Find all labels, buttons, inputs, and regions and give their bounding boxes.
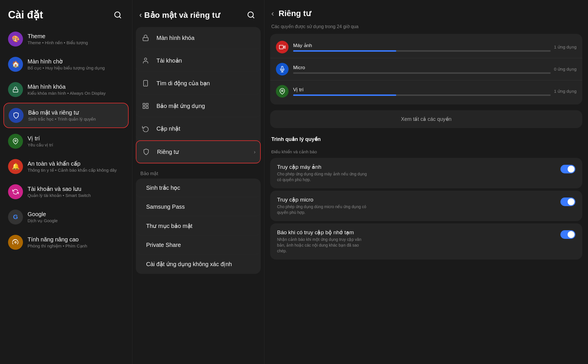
sidebar-item-theme[interactable]: 🎨ThemeTheme • Hình nền • Biểu tượng bbox=[3, 27, 129, 51]
view-all-button[interactable]: Xem tất cả các quyền bbox=[270, 110, 582, 128]
middle-item-man-hinh-khoa[interactable]: Màn hình khóa bbox=[136, 27, 261, 49]
settings-list: 🎨ThemeTheme • Hình nền • Biểu tượng🏠Màn … bbox=[0, 27, 132, 364]
middle-item-tai-khoan[interactable]: Tài khoản bbox=[136, 50, 261, 72]
svg-rect-2 bbox=[13, 89, 18, 92]
perm-name-location: Vị trí bbox=[293, 87, 551, 93]
permission-row-microphone[interactable]: Micro0 ứng dụng bbox=[270, 58, 582, 80]
perm-bar-microphone bbox=[293, 72, 551, 74]
right-panel-title: Riêng tư bbox=[278, 9, 311, 18]
middle-item-icon-cap-nhat bbox=[140, 123, 151, 134]
svg-rect-11 bbox=[143, 103, 145, 105]
middle-item-label-thu-muc-bao-mat: Thư mục bảo mật bbox=[146, 222, 256, 229]
sidebar-item-accounts[interactable]: Tài khoản và sao lưuQuản lý tài khoản • … bbox=[3, 180, 129, 204]
toggle-desc-clipboard-alert: Nhận cảnh báo khi một ứng dụng truy cập … bbox=[277, 237, 369, 254]
toggle-switch-camera-access[interactable] bbox=[560, 165, 575, 173]
middle-item-rieng-tu[interactable]: Riêng tư› bbox=[136, 140, 261, 163]
middle-back-button[interactable]: ‹ Bảo mật và riêng tư bbox=[139, 10, 220, 20]
toggle-desc-mic-access: Cho phép ứng dụng dùng micro nếu ứng dụn… bbox=[277, 204, 369, 215]
middle-item-cap-nhat[interactable]: Cập nhật bbox=[136, 118, 261, 140]
middle-item-tim-di-dong[interactable]: Tìm di động của bạn bbox=[136, 72, 261, 94]
right-panel-header: ‹ Riêng tư bbox=[264, 0, 588, 24]
middle-item-icon-tai-khoan bbox=[140, 55, 151, 66]
left-search-button[interactable] bbox=[111, 9, 124, 21]
right-content: Các quyền được sử dụng trong 24 giờ qua … bbox=[264, 24, 588, 262]
permission-row-location[interactable]: Vị trí1 ứng dụng bbox=[270, 80, 582, 102]
svg-line-1 bbox=[119, 16, 121, 18]
perm-count-camera: 1 ứng dụng bbox=[554, 44, 577, 50]
middle-item-label-tim-di-dong: Tìm di động của bạn bbox=[156, 80, 256, 87]
perm-icon-location bbox=[276, 85, 289, 98]
left-panel-header: Cài đặt bbox=[0, 0, 132, 27]
perm-name-camera: Máy ảnh bbox=[293, 42, 551, 49]
first-section-card: Màn hình khóaTài khoảnTìm di động của bạ… bbox=[136, 27, 261, 164]
left-panel-title: Cài đặt bbox=[8, 9, 43, 21]
perm-bar-camera bbox=[293, 50, 551, 52]
svg-rect-14 bbox=[146, 107, 148, 109]
middle-item-label-cai-dat-ung-dung: Cài đặt ứng dụng không xác định bbox=[146, 261, 256, 268]
permissions-section-title: Các quyền được sử dụng trong 24 giờ qua bbox=[270, 24, 582, 29]
middle-item-label-cap-nhat: Cập nhật bbox=[156, 125, 256, 132]
svg-rect-15 bbox=[279, 45, 283, 49]
toggle-title-clipboard-alert: Báo khi có truy cập bộ nhớ tạm bbox=[277, 229, 369, 236]
middle-item-icon-rieng-tu bbox=[141, 147, 151, 157]
middle-item-icon-tim-di-dong bbox=[140, 78, 151, 88]
middle-panel-title: Bảo mật và riêng tư bbox=[144, 10, 220, 20]
perm-icon-microphone bbox=[276, 63, 289, 75]
back-arrow-icon: ‹ bbox=[139, 10, 142, 20]
sidebar-item-lock-screen[interactable]: Màn hình khóaKiểu khóa màn hình • Always… bbox=[3, 78, 129, 102]
svg-point-18 bbox=[281, 90, 283, 92]
middle-item-label-private-share: Private Share bbox=[146, 242, 256, 248]
right-panel: ‹ Riêng tư Các quyền được sử dụng trong … bbox=[264, 0, 588, 364]
middle-item-cai-dat-ung-dung[interactable]: Cài đặt ứng dụng không xác định bbox=[136, 255, 261, 273]
toggle-switch-mic-access[interactable] bbox=[560, 198, 575, 206]
perm-count-location: 1 ứng dụng bbox=[554, 89, 577, 94]
toggles-list: Truy cập máy ảnhCho phép ứng dụng dùng m… bbox=[270, 158, 582, 260]
middle-item-icon-man-hinh-khoa bbox=[140, 33, 151, 43]
middle-item-bao-mat-ung-dung[interactable]: Bảo mật ứng dụng bbox=[136, 95, 261, 117]
toggle-desc-camera-access: Cho phép ứng dụng dùng máy ảnh nếu ứng d… bbox=[277, 171, 369, 183]
left-panel: Cài đặt 🎨ThemeTheme • Hình nền • Biểu tư… bbox=[0, 0, 132, 364]
svg-rect-7 bbox=[143, 38, 148, 41]
sidebar-item-location[interactable]: Vị tríYêu cầu vị trí bbox=[3, 129, 129, 153]
toggle-switch-clipboard-alert[interactable] bbox=[560, 230, 575, 239]
sidebar-item-home-screen[interactable]: 🏠Màn hình chờBố cục • Huy hiệu biểu tượn… bbox=[3, 52, 129, 76]
perm-icon-camera bbox=[276, 41, 289, 53]
middle-item-icon-bao-mat-ung-dung bbox=[140, 101, 151, 111]
middle-item-private-share[interactable]: Private Share bbox=[136, 236, 261, 254]
middle-item-label-tai-khoan: Tài khoản bbox=[156, 57, 256, 64]
svg-point-3 bbox=[15, 140, 16, 142]
svg-point-8 bbox=[144, 58, 147, 60]
toggle-card-mic-access: Truy cập microCho phép ứng dụng dùng mic… bbox=[270, 191, 582, 221]
middle-item-label-samsung-pass: Samsung Pass bbox=[146, 204, 256, 210]
sidebar-item-google[interactable]: GGoogleDịch vụ Google bbox=[3, 205, 129, 229]
toggle-title-mic-access: Truy cập micro bbox=[277, 196, 369, 203]
middle-list: Màn hình khóaTài khoảnTìm di động của bạ… bbox=[132, 27, 264, 276]
middle-panel: ‹ Bảo mật và riêng tư Màn hình khóaTài k… bbox=[132, 0, 264, 364]
svg-line-6 bbox=[252, 16, 254, 18]
middle-item-thu-muc-bao-mat[interactable]: Thư mục bảo mật bbox=[136, 217, 261, 235]
middle-item-arrow-rieng-tu: › bbox=[254, 149, 256, 155]
toggle-title-camera-access: Truy cập máy ảnh bbox=[277, 164, 369, 170]
permission-manager-title: Trình quản lý quyền bbox=[270, 134, 582, 147]
permission-row-camera[interactable]: Máy ảnh1 ứng dụng bbox=[270, 36, 582, 58]
toggle-card-clipboard-alert: Báo khi có truy cập bộ nhớ tạmNhận cảnh … bbox=[270, 223, 582, 260]
sidebar-item-safety[interactable]: 🔔An toàn và khẩn cấpThông tin y tế • Cản… bbox=[3, 154, 129, 179]
svg-point-4 bbox=[15, 241, 16, 243]
middle-item-label-sinh-trac-hoc: Sinh trắc học bbox=[146, 184, 256, 191]
middle-search-button[interactable] bbox=[245, 9, 257, 21]
sidebar-item-advanced[interactable]: Tính năng nâng caoPhòng thí nghiệm • Phí… bbox=[3, 230, 129, 254]
perm-name-microphone: Micro bbox=[293, 65, 551, 71]
perm-bar-location bbox=[293, 94, 551, 96]
permissions-card: Máy ảnh1 ứng dụngMicro0 ứng dụngVị trí1 … bbox=[270, 34, 582, 104]
middle-item-label-man-hinh-khoa: Màn hình khóa bbox=[156, 35, 256, 41]
middle-item-samsung-pass[interactable]: Samsung Pass bbox=[136, 198, 261, 216]
sidebar-item-security-privacy[interactable]: Bảo mật và riêng tưSinh trắc học • Trình… bbox=[3, 103, 129, 128]
middle-item-sinh-trac-hoc[interactable]: Sinh trắc học bbox=[136, 179, 261, 197]
svg-rect-12 bbox=[146, 103, 148, 105]
section-card: Sinh trắc họcSamsung PassThư mục bảo mật… bbox=[136, 179, 261, 274]
middle-item-label-bao-mat-ung-dung: Bảo mật ứng dụng bbox=[156, 102, 256, 109]
right-back-arrow-icon[interactable]: ‹ bbox=[271, 9, 274, 18]
perm-count-microphone: 0 ứng dụng bbox=[554, 67, 577, 72]
controls-title: Điều khiển và cảnh báo bbox=[270, 147, 582, 157]
svg-rect-13 bbox=[143, 107, 145, 109]
